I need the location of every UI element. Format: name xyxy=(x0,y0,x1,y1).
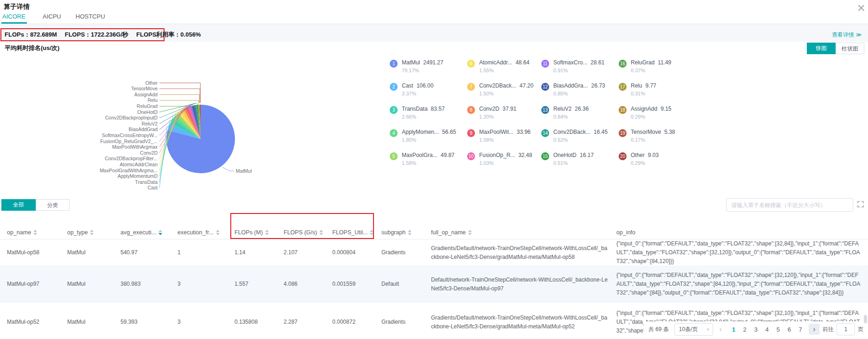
legend-item-Conv2DBackpropFilter...[interactable]: 7Conv2DBack...47.201.50% xyxy=(467,81,541,104)
cell-op_name: MatMul-op58 xyxy=(7,248,67,257)
column-header-op_info: op_info xyxy=(616,229,868,236)
sort-icon[interactable] xyxy=(319,230,323,235)
pie-label-FusionOp_ReluGradV2_...: FusionOp_ReluGradV2_... xyxy=(100,138,158,144)
view-detail-link[interactable]: 查看详情 ≫ xyxy=(832,31,862,39)
column-label: op_type xyxy=(67,229,88,236)
legend-percent: 2.66% xyxy=(402,114,445,119)
prev-page-button[interactable]: ‹ xyxy=(716,325,725,333)
legend-label: Other9.03 xyxy=(631,149,659,158)
sort-icon[interactable] xyxy=(33,230,37,235)
legend-item-Cast[interactable]: 2Cast106.003.37% xyxy=(390,81,467,104)
legend-item-TransData[interactable]: 3TransData83.572.66% xyxy=(390,104,467,127)
column-header-op_name[interactable]: op_name xyxy=(7,229,67,236)
sort-icon[interactable] xyxy=(408,230,412,235)
cell-flops_m: 1.557 xyxy=(234,280,284,289)
legend-percent: 0.37% xyxy=(631,68,672,73)
operator-search-input[interactable] xyxy=(726,198,853,212)
column-header-FLOPs (M)[interactable]: FLOPs (M) xyxy=(234,229,284,236)
goto-page-input[interactable] xyxy=(836,323,855,335)
pie-chart-button[interactable]: 饼图 xyxy=(807,43,836,54)
legend-item-ReluGrad[interactable]: 16ReluGrad11.490.37% xyxy=(619,58,700,81)
column-header-FLOPS_Util...[interactable]: FLOPS_Util... xyxy=(332,229,381,236)
tab-hostcpu[interactable]: HOSTCPU xyxy=(76,13,105,20)
legend-label: ApplyMomen...56.65 xyxy=(402,126,456,135)
legend-rank-badge: 17 xyxy=(619,83,627,91)
chart-type-toggle: 饼图 柱状图 xyxy=(807,43,864,54)
legend-item-ReluV2[interactable]: 13ReluV226.360.84% xyxy=(541,104,619,127)
legend-item-AssignAdd[interactable]: 18AssignAdd9.150.29% xyxy=(619,104,700,127)
sort-icon[interactable] xyxy=(158,230,162,235)
legend-item-ApplyMomentumD[interactable]: 4ApplyMomen...56.651.80% xyxy=(390,127,467,151)
legend-item-Relu[interactable]: 17Relu9.770.31% xyxy=(619,81,700,104)
legend-percent: 1.80% xyxy=(402,137,456,143)
legend-rank-badge: 5 xyxy=(390,152,398,160)
page-number-7[interactable]: 7 xyxy=(795,326,806,333)
table-row-MatMul-op97[interactable]: MatMul-op97MatMul380.98331.5574.0860.001… xyxy=(0,266,868,302)
column-header-subgraph[interactable]: subgraph xyxy=(381,229,431,236)
next-page-button[interactable]: › xyxy=(809,324,820,335)
legend-label: MatMul2491.27 xyxy=(402,56,444,66)
pie-label-Relu: Relu xyxy=(147,97,158,103)
table-tab-all[interactable]: 全部 xyxy=(1,199,36,211)
legend-item-TensorMove[interactable]: 19TensorMove5.380.17% xyxy=(619,127,700,151)
legend-item-BiasAddGrad[interactable]: 12BiasAddGra...26.730.85% xyxy=(541,81,619,104)
sort-icon[interactable] xyxy=(265,230,269,235)
column-header-FLOPS (G/s)[interactable]: FLOPS (G/s) xyxy=(284,229,332,236)
legend-percent: 0.31% xyxy=(631,91,656,96)
legend-item-MaxPoolGradWithArgma...[interactable]: 5MaxPoolGra...49.871.58% xyxy=(390,151,467,174)
legend-item-MatMul[interactable]: 1MatMul2491.2779.17% xyxy=(390,58,467,81)
legend-item-FusionOp_ReluGradV2_...[interactable]: 10FusionOp_R...32.481.03% xyxy=(467,151,541,174)
legend-rank-badge: 16 xyxy=(619,60,627,68)
page-number-3[interactable]: 3 xyxy=(750,326,761,333)
legend-item-SoftmaxCrossEntropyW...[interactable]: 11SoftmaxCro...28.610.91% xyxy=(541,58,619,81)
table-tab-category[interactable]: 分类 xyxy=(36,199,70,211)
tab-aicpu[interactable]: AICPU xyxy=(43,13,61,20)
label-line-Relu xyxy=(159,100,199,103)
column-label: avg_executi... xyxy=(120,229,156,236)
close-icon[interactable]: × xyxy=(857,1,865,15)
column-header-avg_executi...[interactable]: avg_executi... xyxy=(120,229,177,236)
column-header-execution_fr...[interactable]: execution_fr... xyxy=(177,229,234,236)
cell-flops_util: 0.000804 xyxy=(332,248,381,257)
label-line-MatMul xyxy=(222,167,234,171)
legend-rank-badge: 4 xyxy=(390,129,398,137)
legend-label: Conv2DBack...47.20 xyxy=(479,80,533,89)
cell-execution_frequency: 1 xyxy=(177,248,234,257)
page-number-5[interactable]: 5 xyxy=(773,326,784,333)
cell-subgraph: Default xyxy=(381,280,431,289)
column-header-full_op_name[interactable]: full_op_name xyxy=(431,229,616,236)
cell-op_type: MatMul xyxy=(67,318,120,326)
sort-icon[interactable] xyxy=(216,230,220,235)
cell-op_type: MatMul xyxy=(67,280,120,289)
pie-label-BiasAddGrad: BiasAddGrad xyxy=(129,126,158,132)
legend-item-Conv2D[interactable]: 8Conv2D37.911.20% xyxy=(467,104,541,127)
legend-item-OneHotD[interactable]: 15OneHotD16.170.51% xyxy=(541,151,619,174)
legend-percent: 0.29% xyxy=(631,160,659,166)
page-size-select[interactable]: 10条/页 ∨ xyxy=(674,323,713,336)
scrollbar-thumb[interactable] xyxy=(864,315,867,323)
page-number-2[interactable]: 2 xyxy=(739,326,750,333)
goto-label: 前往 xyxy=(823,326,834,333)
fullscreen-icon[interactable] xyxy=(857,201,864,208)
tab-aicore[interactable]: AICORE xyxy=(2,13,25,20)
column-header-op_type[interactable]: op_type xyxy=(67,229,120,236)
page-number-1[interactable]: 1 xyxy=(728,326,739,333)
sort-icon[interactable] xyxy=(468,230,472,235)
pie-chart: OtherTensorMoveAssignAddReluReluGradOneH… xyxy=(0,46,361,199)
sort-icon[interactable] xyxy=(370,230,374,235)
flops-annotation-box: FLOPs：872.689M FLOPS：1722.236G/秒 FLOPS利用… xyxy=(0,28,165,41)
legend-item-Conv2DBackpropInputD[interactable]: 14Conv2DBack...16.450.52% xyxy=(541,127,619,151)
legend-label: ReluV226.36 xyxy=(553,103,589,112)
table-header-row: op_nameop_typeavg_executi...execution_fr… xyxy=(0,226,868,239)
legend-percent: 0.85% xyxy=(553,91,605,96)
legend-item-Other[interactable]: 20Other9.030.29% xyxy=(619,151,700,174)
pie-label-ReluV2: ReluV2 xyxy=(142,121,158,126)
cell-full_op_name: Gradients/Default/network-TrainOneStepCe… xyxy=(431,314,616,331)
legend-item-MaxPoolWithArgmax[interactable]: 9MaxPoolWit...33.961.08% xyxy=(467,127,541,151)
sort-icon[interactable] xyxy=(90,230,94,235)
table-row-MatMul-op58[interactable]: MatMul-op58MatMul540.9711.142.1070.00080… xyxy=(0,239,868,266)
bar-chart-button[interactable]: 柱状图 xyxy=(836,43,864,54)
legend-item-AtomicAddrClean[interactable]: 6AtomicAddr...48.641.55% xyxy=(467,58,541,81)
page-number-4[interactable]: 4 xyxy=(761,326,773,333)
page-number-6[interactable]: 6 xyxy=(784,326,795,333)
